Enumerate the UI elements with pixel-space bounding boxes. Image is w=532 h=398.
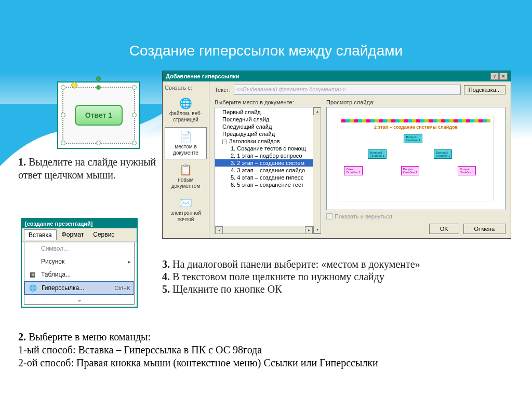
- answer-selection-figure: Ответ 1: [57, 81, 140, 149]
- rotate-handle-icon: [96, 76, 101, 81]
- scrollbar-vertical[interactable]: ▴ ▾: [313, 107, 321, 234]
- slide-title: Создание гиперссылок между слайдами: [0, 0, 532, 59]
- new-doc-icon: 📋: [166, 164, 205, 176]
- steps-3-5: 3. На диалоговой панели выберите: «место…: [162, 258, 521, 295]
- hint-button[interactable]: Подсказка...: [464, 85, 506, 94]
- place-icon: 📄: [166, 131, 205, 143]
- tree-item: Следующий слайд: [215, 123, 321, 130]
- text-label: Текст:: [215, 87, 231, 93]
- side-new-doc[interactable]: 📋 новым документом: [165, 160, 207, 193]
- side-email[interactable]: ✉️ электронной почтой: [165, 194, 207, 226]
- scroll-right-icon: ▸: [305, 226, 313, 234]
- menu-item-table[interactable]: ▦Таблица...: [24, 268, 134, 281]
- preview-diagram: ВопросОшибка 1 Вопрос1Ошибка 1 Вопрос1Ош…: [341, 134, 491, 181]
- place-tree[interactable]: Первый слайд Последний слайд Следующий с…: [215, 107, 321, 234]
- preview-label: Просмотр слайда:: [326, 99, 506, 105]
- tree-item: Первый слайд: [215, 108, 321, 116]
- step-1-text: 1. Выделите на слайде нужный ответ щелчк…: [18, 156, 164, 182]
- menu-item-picture[interactable]: Рисунок▸: [24, 255, 134, 268]
- tree-item: Последний слайд: [215, 116, 321, 123]
- answer-1-button[interactable]: Ответ 1: [75, 105, 123, 126]
- step-2-text: 2. Выберите в меню команды: 1-ый способ:…: [18, 331, 517, 369]
- tree-item: 5. 4 этап – создание гиперс: [215, 174, 321, 181]
- menu-format[interactable]: Формат: [58, 229, 88, 240]
- help-icon[interactable]: ?: [490, 73, 499, 80]
- scroll-down-icon: ▾: [313, 226, 321, 234]
- menu-item-symbol[interactable]: Символ...: [24, 242, 134, 255]
- cancel-button[interactable]: Отмена: [463, 224, 506, 234]
- tree-item: 6. 5 этап – сохранение тест: [215, 181, 321, 188]
- scrollbar-horizontal[interactable]: ◂ ▸: [215, 226, 313, 234]
- menu-window-title: [создание презентаций]: [22, 219, 137, 228]
- scroll-left-icon: ◂: [215, 226, 223, 234]
- show-return-label: Показать и вернуться: [335, 213, 392, 219]
- preview-slide-title: 2 этап – создание системы слайдов: [341, 125, 491, 130]
- close-icon[interactable]: ✕: [499, 73, 508, 80]
- side-file-web[interactable]: 🌐 файлом, веб-страницей: [165, 94, 207, 126]
- scroll-up-icon: ▴: [313, 107, 321, 115]
- tree-item: −Заголовки слайдов: [215, 138, 321, 145]
- tree-item: Предыдущий слайд: [215, 130, 321, 138]
- file-web-icon: 🌐: [166, 98, 205, 109]
- menu-service[interactable]: Сервис: [89, 229, 118, 240]
- text-input[interactable]: <<Выделенный фрагмент документа>>: [234, 85, 461, 95]
- table-icon: ▦: [28, 270, 37, 279]
- dialog-title: Добавление гиперссылки: [166, 73, 239, 79]
- ok-button[interactable]: OK: [429, 224, 459, 234]
- tree-item: 1. Создание тестов с помощ: [215, 145, 321, 152]
- choose-place-label: Выберите место в документе:: [215, 99, 321, 105]
- menu-expand-icon[interactable]: ⌄: [24, 295, 134, 304]
- menu-screenshot: [создание презентаций] Вставка Формат Се…: [21, 218, 138, 308]
- side-place-in-doc[interactable]: 📄 местом в документе: [165, 127, 207, 159]
- insert-dropdown: Символ... Рисунок▸ ▦Таблица... 🌐 Гиперсс…: [24, 242, 135, 305]
- email-icon: ✉️: [166, 197, 205, 209]
- tree-item: 4. 3 этап – создание слайдо: [215, 167, 321, 174]
- hyperlink-dialog: Добавление гиперссылки ? ✕ Связать с: 🌐 …: [162, 71, 511, 239]
- show-return-checkbox: [326, 213, 332, 219]
- tree-item-selected: 3. 2 этап – создание систем: [215, 159, 321, 167]
- slide-preview: 2 этап – создание системы слайдов Вопрос…: [326, 107, 506, 210]
- menu-insert[interactable]: Вставка: [24, 229, 57, 240]
- globe-icon: 🌐: [28, 284, 37, 292]
- link-with-label: Связать с:: [165, 84, 207, 93]
- adjust-handle-icon: [71, 81, 78, 89]
- menu-item-hyperlink[interactable]: 🌐 Гиперссылка... Ctrl+K: [24, 281, 134, 295]
- tree-item: 2. 1 этап – подбор вопросо: [215, 152, 321, 159]
